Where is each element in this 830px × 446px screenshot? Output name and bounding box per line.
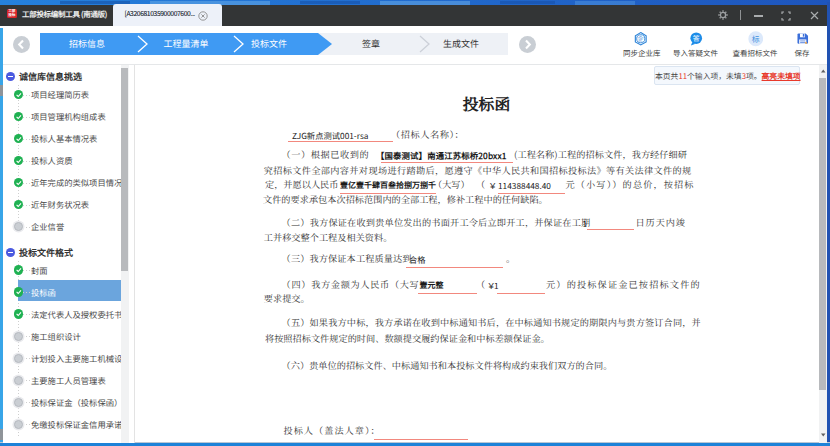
svg-text:标: 标 bbox=[751, 33, 759, 44]
svg-text:答: 答 bbox=[693, 32, 700, 42]
svg-text:企: 企 bbox=[638, 34, 645, 43]
